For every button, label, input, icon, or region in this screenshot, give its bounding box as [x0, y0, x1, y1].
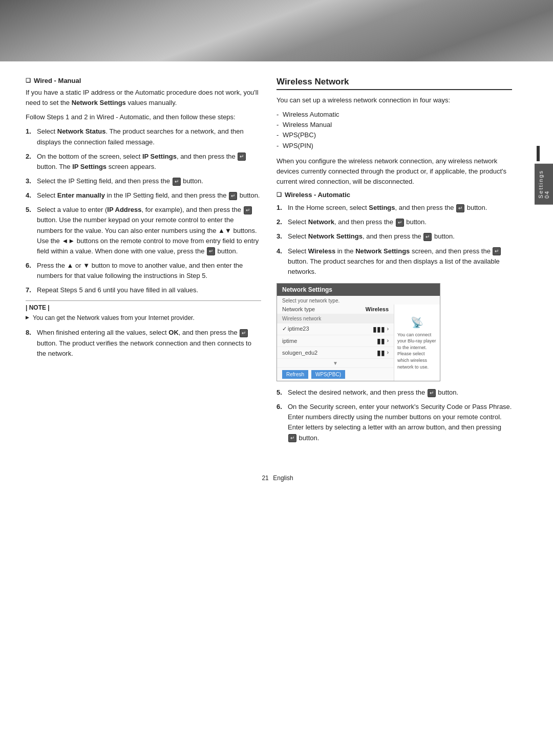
wired-manual-steps: 1. Select Network Status. The product se… [26, 126, 261, 295]
wireless-warning: When you configure the wireless network … [276, 156, 512, 187]
step-4: 4. Select Enter manually in the IP Setti… [26, 190, 261, 201]
left-column: Wired - Manual If you have a static IP a… [26, 77, 261, 447]
step-2: 2. On the bottom of the screen, select I… [26, 152, 261, 172]
wps-button[interactable]: WPS(PBC) [311, 370, 345, 379]
enter-button-icon [207, 247, 215, 255]
network-wireless-header: Wireless network [277, 314, 394, 323]
right-column: Wireless Network You can set up a wirele… [276, 77, 533, 447]
way-2: Wireless Manual [276, 120, 512, 130]
network-type-row: Network type Wireless [277, 305, 394, 314]
way-1: Wireless Automatic [276, 110, 512, 120]
enter-button-icon [238, 153, 246, 161]
enter-button-icon [423, 233, 432, 241]
chapter-title: Settings [538, 170, 544, 199]
note-box: | NOTE | You can get the Network values … [26, 300, 261, 322]
page-num: 21 [262, 474, 268, 482]
wired-manual-follow: Follow Steps 1 and 2 in Wired - Automati… [26, 112, 261, 122]
enter-button-icon [173, 178, 181, 186]
network-box-right-text: You can connect your Blu-ray player to t… [397, 332, 437, 371]
network-item-3: solugen_edu2 ▮▮ › [277, 347, 394, 359]
wireless-auto-steps: 1. In the Home screen, select Settings, … [276, 203, 512, 277]
step-8: 8. When finished entering all the values… [26, 328, 261, 358]
network-box-title: Network Settings [277, 284, 440, 296]
w-step-5: 5. Select the desired network, and then … [276, 387, 512, 398]
enter-button-icon [456, 204, 464, 212]
wired-manual-step8-list: 8. When finished entering all the values… [26, 328, 261, 358]
enter-button-icon [396, 219, 404, 227]
network-settings-box: Network Settings Select your network typ… [276, 283, 440, 381]
page-number-area: 21 English [0, 473, 553, 482]
way-3: WPS(PBC) [276, 130, 512, 140]
step-7: 7. Repeat Steps 5 and 6 until you have f… [26, 285, 261, 295]
way-4: WPS(PIN) [276, 141, 512, 151]
w-step-3: 3. Select Network Settings, and then pre… [276, 231, 512, 242]
network-type-label: Network type [282, 306, 366, 312]
device-icon: 📡 [397, 315, 437, 330]
page-lang: English [273, 474, 293, 482]
network-box-buttons[interactable]: Refresh WPS(PBC) [277, 368, 394, 381]
enter-button-icon [493, 247, 501, 255]
enter-button-icon [288, 434, 296, 442]
enter-button-icon [428, 389, 436, 397]
note-label: | NOTE | [26, 304, 261, 311]
chapter-number: 04 [544, 190, 550, 199]
network-scroll-indicator: ▼ [277, 359, 394, 368]
sidebar-label: 04 Settings [535, 164, 553, 205]
wifi-medium-icon: ▮▮ [377, 337, 385, 345]
wired-manual-title: Wired - Manual [26, 77, 261, 84]
wifi-medium-icon2: ▮▮ [377, 349, 385, 357]
step-6: 6. Press the ▲ or ▼ button to move to an… [26, 261, 261, 281]
w-step-1: 1. In the Home screen, select Settings, … [276, 203, 512, 213]
refresh-button[interactable]: Refresh [282, 370, 308, 379]
wireless-ways-list: Wireless Automatic Wireless Manual WPS(P… [276, 110, 512, 151]
step-1: 1. Select Network Status. The product se… [26, 126, 261, 147]
network-box-right-panel: 📡 You can connect your Blu-ray player to… [394, 305, 440, 381]
network-item-1: ✓iptime23 ▮▮▮ › [277, 323, 394, 335]
step-3: 3. Select the IP Setting field, and then… [26, 176, 261, 186]
enter-button-icon [229, 192, 237, 200]
step-5: 5. Select a value to enter (IP Address, … [26, 205, 261, 256]
w-step-6: 6. On the Security screen, enter your ne… [276, 402, 512, 443]
w-step-4: 4. Select Wireless in the Network Settin… [276, 246, 512, 277]
main-content: Wired - Manual If you have a static IP a… [0, 61, 553, 463]
wifi-strong-icon: ▮▮▮ [373, 325, 385, 333]
wireless-automatic-title: Wireless - Automatic [276, 191, 512, 199]
enter-button-icon [244, 206, 252, 214]
note-item-1: You can get the Network values from your… [26, 313, 261, 322]
wireless-intro: You can set up a wireless network connec… [276, 95, 512, 105]
network-box-panel: Network type Wireless Wireless network ✓… [277, 305, 440, 381]
wireless-network-title: Wireless Network [276, 77, 512, 90]
wireless-auto-steps-after: 5. Select the desired network, and then … [276, 387, 512, 443]
header-banner [0, 0, 553, 61]
network-box-left: Network type Wireless Wireless network ✓… [277, 305, 394, 381]
w-step-2: 2. Select Network, and then press the bu… [276, 217, 512, 227]
enter-button-icon [240, 329, 248, 337]
wired-manual-intro: If you have a static IP address or the A… [26, 88, 261, 108]
network-item-2: iptime ▮▮ › [277, 335, 394, 347]
network-type-value: Wireless [366, 306, 389, 312]
network-box-subtitle: Select your network type. [277, 296, 440, 305]
